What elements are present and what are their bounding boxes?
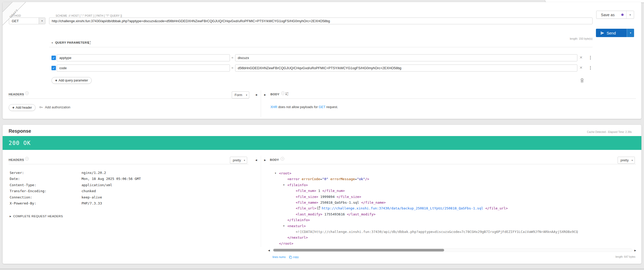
xml-tag: <nexturl>	[287, 224, 306, 228]
xml-line: <error errorCode="0" errorMessage="ok"/>	[270, 176, 636, 182]
equals-sign: =	[231, 66, 233, 70]
collapse-triangle-icon[interactable]: ▼	[51, 42, 53, 44]
panel-splitter[interactable]	[261, 156, 261, 247]
collapse-triangle-icon[interactable]: ▼	[283, 223, 285, 229]
xml-txt: 250818_QaSFbs-1.sql	[318, 201, 361, 204]
xml-tag: <error	[287, 177, 302, 181]
send-label: Send	[607, 31, 616, 35]
message-text: request.	[325, 105, 338, 109]
copy-button[interactable]: copy	[293, 255, 299, 259]
query-parameters-title: QUERY PARAMETERS	[55, 41, 89, 44]
add-authorization-button[interactable]: Add authorization	[39, 105, 70, 109]
chevron-down-icon: ▾	[244, 94, 249, 96]
request-headers-title: HEADERS	[9, 93, 24, 96]
svg-text:A: A	[287, 92, 288, 94]
help-icon[interactable]: ?	[25, 157, 29, 161]
param-more-options-icon[interactable]: ⋮	[588, 55, 593, 60]
xml-line: <file_name> 250818_QaSFbs-1.sql </file_n…	[270, 200, 636, 206]
plus-icon: +	[12, 105, 14, 110]
response-headers-mode-select[interactable]: pretty ▾	[230, 157, 247, 164]
headers-mode-select[interactable]: Form ▾	[232, 91, 249, 98]
xml-line: ▼<fileinfo>	[270, 182, 636, 188]
line-numbers-toggle[interactable]: lines nums	[272, 255, 286, 259]
send-caret-button[interactable]: ▾	[627, 29, 634, 37]
help-icon[interactable]: ?	[281, 91, 285, 95]
request-body-title: BODY	[270, 93, 280, 96]
param-value-input[interactable]	[235, 64, 577, 72]
header-name: Connection:	[10, 194, 82, 200]
sort-az-icon[interactable]: AZ	[285, 92, 289, 96]
send-button[interactable]: Send ▾	[596, 29, 634, 37]
complete-request-headers-toggle[interactable]: ▶ COMPLETE REQUEST HEADERS	[10, 215, 63, 218]
header-value: chunked	[82, 189, 96, 193]
xml-tag: />	[365, 177, 369, 181]
message-link[interactable]: XHR	[270, 105, 277, 109]
sort-az-icon[interactable]: AZ	[88, 41, 91, 44]
message-link[interactable]: GET	[319, 105, 325, 109]
xml-line: <file_size> 1999894 </file_size>	[270, 194, 636, 200]
response-body-title: BODY	[270, 158, 279, 161]
scroll-left-icon[interactable]: ◀	[268, 249, 270, 252]
copy-icon[interactable]	[289, 256, 292, 259]
xml-tag: </file_size>	[337, 195, 361, 199]
header-name: Server:	[10, 170, 82, 176]
response-body-xml: ▼<root><error errorCode="0" errorMessage…	[270, 171, 636, 248]
xml-tag: </last_modify>	[347, 212, 376, 216]
chevron-down-icon: ▾	[39, 18, 45, 24]
add-header-button[interactable]: + Add header	[9, 104, 36, 111]
remove-param-icon[interactable]: ✕	[579, 55, 583, 60]
remove-param-icon[interactable]: ✕	[579, 66, 583, 70]
xml-line: <file_num> 1 </file_num>	[270, 188, 636, 194]
param-name-input[interactable]	[57, 64, 230, 72]
chevron-down-icon: ▾	[630, 14, 631, 16]
response-body-mode-value: pretty	[620, 159, 629, 162]
param-enabled-checkbox[interactable]: ✓	[51, 56, 56, 60]
param-more-options-icon[interactable]: ⋮	[588, 65, 593, 70]
param-enabled-checkbox[interactable]: ✓	[51, 66, 56, 70]
xml-txt: 1755493616	[322, 212, 347, 216]
param-value-input[interactable]	[235, 54, 577, 61]
xml-line: <last_modify> 1755493616 </last_modify>	[270, 212, 636, 217]
header-value: PHP/7.3.33	[82, 201, 102, 205]
chevron-down-icon: ▾	[630, 32, 631, 34]
response-headers-mode-value: pretty	[233, 159, 241, 162]
save-as-caret-button[interactable]: ▾	[626, 11, 634, 19]
save-as-button[interactable]: Save as ▾	[596, 11, 634, 19]
trash-icon[interactable]	[580, 78, 584, 83]
scroll-right-icon[interactable]: ▶	[634, 249, 636, 252]
expand-right-panel-icon[interactable]: ▶	[264, 93, 266, 96]
collapse-left-panel-icon[interactable]: ◀	[255, 159, 257, 161]
header-name: Date:	[10, 176, 82, 182]
horizontal-scrollbar-thumb[interactable]	[273, 249, 444, 251]
xml-attr: errorCode	[302, 177, 320, 181]
panel-splitter[interactable]	[261, 90, 261, 117]
xml-pun: =	[355, 177, 357, 181]
param-name-input[interactable]	[57, 54, 230, 61]
paper-plane-icon	[600, 31, 604, 35]
headers-mode-value: Form	[235, 93, 242, 97]
header-name: Transfer-Encoding:	[10, 188, 82, 194]
help-icon[interactable]: ?	[281, 157, 284, 161]
chevron-down-icon: ▾	[242, 159, 247, 162]
header-value: application/xml	[82, 183, 112, 187]
svg-text:Z: Z	[287, 94, 288, 96]
xml-line: </fileinfo>	[270, 217, 636, 223]
add-query-parameter-button[interactable]: + Add query parameter	[51, 77, 92, 84]
xml-cdt: <![CDATA[http://challenge.xinshi.fun:374…	[296, 230, 578, 234]
save-as-label: Save as	[596, 11, 621, 19]
collapse-triangle-icon[interactable]: ▼	[283, 182, 285, 188]
xml-attr: errorMessage	[328, 177, 355, 181]
collapse-left-panel-icon[interactable]: ◀	[255, 93, 257, 96]
expand-right-panel-icon[interactable]: ▶	[264, 159, 266, 161]
query-parameter-row: ✓=✕⋮	[0, 64, 644, 72]
url-input[interactable]	[49, 17, 593, 24]
response-body-mode-select[interactable]: pretty ▾	[618, 157, 635, 164]
file-url-link[interactable]: http://challenge.xinshi.fun:37430/data/b…	[322, 206, 483, 210]
help-icon[interactable]: ?	[25, 91, 29, 95]
collapse-triangle-icon[interactable]: ▼	[275, 171, 276, 176]
external-link-icon	[317, 206, 320, 210]
response-headers-list: Server:nginx/1.20.2Date:Mon, 18 Aug 2025…	[10, 170, 141, 206]
divider	[9, 164, 249, 164]
draft-ribbon-label: DRAFT	[5, 5, 22, 22]
xml-line: </root>	[270, 241, 636, 246]
